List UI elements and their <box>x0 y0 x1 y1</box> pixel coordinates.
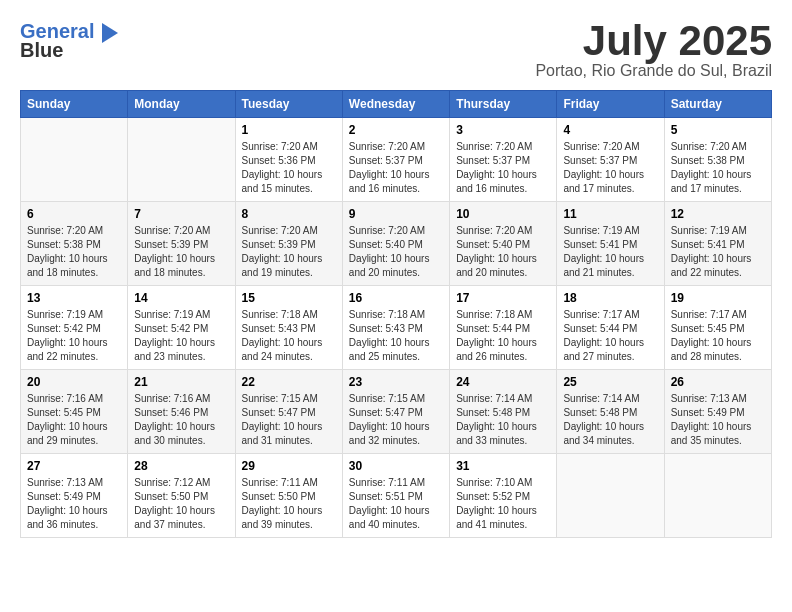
calendar-cell: 10 Sunrise: 7:20 AM Sunset: 5:40 PM Dayl… <box>450 202 557 286</box>
daylight: Daylight: 10 hours and 22 minutes. <box>671 253 752 278</box>
calendar-cell: 23 Sunrise: 7:15 AM Sunset: 5:47 PM Dayl… <box>342 370 449 454</box>
sunrise: Sunrise: 7:20 AM <box>134 225 210 236</box>
header-sunday: Sunday <box>21 91 128 118</box>
day-number: 18 <box>563 291 657 305</box>
calendar-cell: 21 Sunrise: 7:16 AM Sunset: 5:46 PM Dayl… <box>128 370 235 454</box>
sunrise: Sunrise: 7:11 AM <box>349 477 425 488</box>
calendar-cell <box>21 118 128 202</box>
daylight: Daylight: 10 hours and 20 minutes. <box>349 253 430 278</box>
sunset: Sunset: 5:45 PM <box>27 407 101 418</box>
calendar-cell: 31 Sunrise: 7:10 AM Sunset: 5:52 PM Dayl… <box>450 454 557 538</box>
sunrise: Sunrise: 7:18 AM <box>242 309 318 320</box>
sunrise: Sunrise: 7:14 AM <box>563 393 639 404</box>
daylight: Daylight: 10 hours and 28 minutes. <box>671 337 752 362</box>
day-number: 16 <box>349 291 443 305</box>
day-info: Sunrise: 7:18 AM Sunset: 5:43 PM Dayligh… <box>349 308 443 364</box>
day-number: 5 <box>671 123 765 137</box>
day-info: Sunrise: 7:12 AM Sunset: 5:50 PM Dayligh… <box>134 476 228 532</box>
sunrise: Sunrise: 7:15 AM <box>242 393 318 404</box>
sunset: Sunset: 5:47 PM <box>349 407 423 418</box>
calendar-cell: 20 Sunrise: 7:16 AM Sunset: 5:45 PM Dayl… <box>21 370 128 454</box>
day-info: Sunrise: 7:20 AM Sunset: 5:37 PM Dayligh… <box>456 140 550 196</box>
day-info: Sunrise: 7:16 AM Sunset: 5:46 PM Dayligh… <box>134 392 228 448</box>
daylight: Daylight: 10 hours and 26 minutes. <box>456 337 537 362</box>
day-info: Sunrise: 7:17 AM Sunset: 5:44 PM Dayligh… <box>563 308 657 364</box>
sunrise: Sunrise: 7:15 AM <box>349 393 425 404</box>
day-number: 23 <box>349 375 443 389</box>
sunset: Sunset: 5:48 PM <box>456 407 530 418</box>
daylight: Daylight: 10 hours and 37 minutes. <box>134 505 215 530</box>
sunset: Sunset: 5:36 PM <box>242 155 316 166</box>
calendar-cell: 27 Sunrise: 7:13 AM Sunset: 5:49 PM Dayl… <box>21 454 128 538</box>
calendar-cell: 28 Sunrise: 7:12 AM Sunset: 5:50 PM Dayl… <box>128 454 235 538</box>
calendar-cell <box>664 454 771 538</box>
day-info: Sunrise: 7:13 AM Sunset: 5:49 PM Dayligh… <box>671 392 765 448</box>
daylight: Daylight: 10 hours and 17 minutes. <box>671 169 752 194</box>
day-info: Sunrise: 7:18 AM Sunset: 5:44 PM Dayligh… <box>456 308 550 364</box>
day-number: 26 <box>671 375 765 389</box>
sunrise: Sunrise: 7:20 AM <box>563 141 639 152</box>
daylight: Daylight: 10 hours and 19 minutes. <box>242 253 323 278</box>
calendar-cell: 30 Sunrise: 7:11 AM Sunset: 5:51 PM Dayl… <box>342 454 449 538</box>
sunrise: Sunrise: 7:20 AM <box>349 225 425 236</box>
day-number: 17 <box>456 291 550 305</box>
day-info: Sunrise: 7:16 AM Sunset: 5:45 PM Dayligh… <box>27 392 121 448</box>
day-info: Sunrise: 7:20 AM Sunset: 5:39 PM Dayligh… <box>242 224 336 280</box>
sunrise: Sunrise: 7:16 AM <box>134 393 210 404</box>
calendar-cell: 29 Sunrise: 7:11 AM Sunset: 5:50 PM Dayl… <box>235 454 342 538</box>
sunrise: Sunrise: 7:17 AM <box>671 309 747 320</box>
daylight: Daylight: 10 hours and 39 minutes. <box>242 505 323 530</box>
sunset: Sunset: 5:41 PM <box>563 239 637 250</box>
calendar-cell: 24 Sunrise: 7:14 AM Sunset: 5:48 PM Dayl… <box>450 370 557 454</box>
daylight: Daylight: 10 hours and 18 minutes. <box>27 253 108 278</box>
daylight: Daylight: 10 hours and 40 minutes. <box>349 505 430 530</box>
sunrise: Sunrise: 7:17 AM <box>563 309 639 320</box>
sunset: Sunset: 5:41 PM <box>671 239 745 250</box>
day-info: Sunrise: 7:15 AM Sunset: 5:47 PM Dayligh… <box>349 392 443 448</box>
daylight: Daylight: 10 hours and 25 minutes. <box>349 337 430 362</box>
day-number: 2 <box>349 123 443 137</box>
daylight: Daylight: 10 hours and 27 minutes. <box>563 337 644 362</box>
daylight: Daylight: 10 hours and 29 minutes. <box>27 421 108 446</box>
day-number: 31 <box>456 459 550 473</box>
day-number: 15 <box>242 291 336 305</box>
sunset: Sunset: 5:40 PM <box>349 239 423 250</box>
day-info: Sunrise: 7:11 AM Sunset: 5:51 PM Dayligh… <box>349 476 443 532</box>
sunrise: Sunrise: 7:10 AM <box>456 477 532 488</box>
day-number: 28 <box>134 459 228 473</box>
daylight: Daylight: 10 hours and 20 minutes. <box>456 253 537 278</box>
day-number: 25 <box>563 375 657 389</box>
sunset: Sunset: 5:39 PM <box>134 239 208 250</box>
day-number: 6 <box>27 207 121 221</box>
day-info: Sunrise: 7:20 AM Sunset: 5:37 PM Dayligh… <box>349 140 443 196</box>
day-number: 11 <box>563 207 657 221</box>
day-info: Sunrise: 7:19 AM Sunset: 5:42 PM Dayligh… <box>27 308 121 364</box>
daylight: Daylight: 10 hours and 24 minutes. <box>242 337 323 362</box>
day-info: Sunrise: 7:13 AM Sunset: 5:49 PM Dayligh… <box>27 476 121 532</box>
sunset: Sunset: 5:46 PM <box>134 407 208 418</box>
day-info: Sunrise: 7:19 AM Sunset: 5:41 PM Dayligh… <box>563 224 657 280</box>
calendar-cell: 1 Sunrise: 7:20 AM Sunset: 5:36 PM Dayli… <box>235 118 342 202</box>
day-number: 8 <box>242 207 336 221</box>
sunrise: Sunrise: 7:12 AM <box>134 477 210 488</box>
day-number: 30 <box>349 459 443 473</box>
calendar-cell: 14 Sunrise: 7:19 AM Sunset: 5:42 PM Dayl… <box>128 286 235 370</box>
sunset: Sunset: 5:45 PM <box>671 323 745 334</box>
calendar-cell: 25 Sunrise: 7:14 AM Sunset: 5:48 PM Dayl… <box>557 370 664 454</box>
sunset: Sunset: 5:49 PM <box>671 407 745 418</box>
header-tuesday: Tuesday <box>235 91 342 118</box>
day-number: 22 <box>242 375 336 389</box>
sunrise: Sunrise: 7:13 AM <box>27 477 103 488</box>
calendar-cell: 11 Sunrise: 7:19 AM Sunset: 5:41 PM Dayl… <box>557 202 664 286</box>
day-number: 19 <box>671 291 765 305</box>
calendar-cell: 7 Sunrise: 7:20 AM Sunset: 5:39 PM Dayli… <box>128 202 235 286</box>
day-number: 3 <box>456 123 550 137</box>
day-info: Sunrise: 7:11 AM Sunset: 5:50 PM Dayligh… <box>242 476 336 532</box>
day-number: 4 <box>563 123 657 137</box>
sunrise: Sunrise: 7:20 AM <box>242 225 318 236</box>
day-number: 9 <box>349 207 443 221</box>
daylight: Daylight: 10 hours and 33 minutes. <box>456 421 537 446</box>
daylight: Daylight: 10 hours and 15 minutes. <box>242 169 323 194</box>
logo: General Blue <box>20 20 118 62</box>
sunset: Sunset: 5:43 PM <box>242 323 316 334</box>
